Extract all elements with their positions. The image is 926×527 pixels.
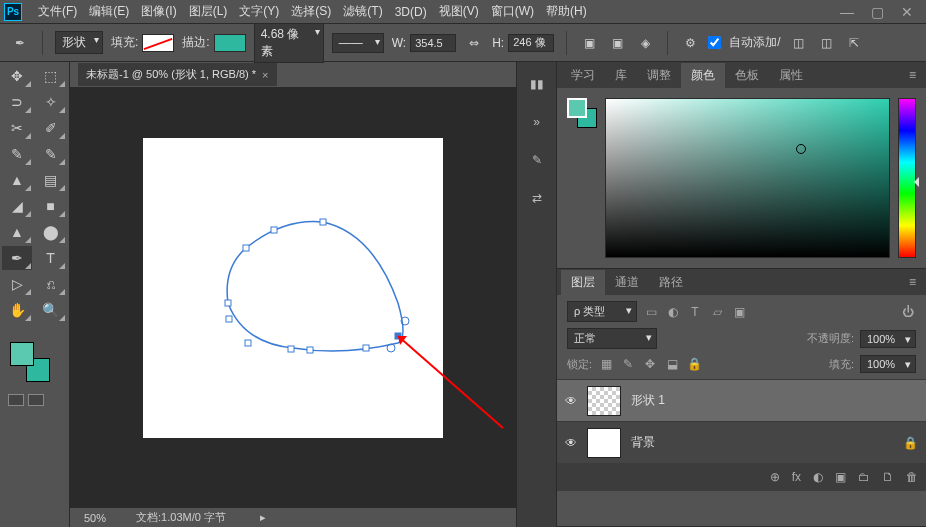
window-maximize[interactable]: ▢ (862, 2, 892, 22)
fg-color-chip[interactable] (10, 342, 34, 366)
stroke-swatch[interactable] (214, 34, 246, 52)
auto-add-checkbox[interactable] (708, 36, 721, 49)
visibility-icon[interactable]: 👁 (565, 394, 577, 408)
lock-trans-icon[interactable]: ▦ (598, 357, 614, 371)
blur-tool[interactable]: ▲ (2, 220, 32, 244)
menu-edit[interactable]: 编辑(E) (83, 0, 135, 23)
width-input[interactable] (410, 34, 456, 52)
filter-toggle-icon[interactable]: ⏻ (900, 305, 916, 319)
link-icon[interactable]: ⇔ (464, 33, 484, 53)
group-icon[interactable]: 🗀 (858, 470, 870, 484)
opt-icon-a[interactable]: ◫ (788, 33, 808, 53)
hue-slider[interactable] (898, 98, 916, 258)
layer-thumb[interactable] (587, 428, 621, 458)
menu-view[interactable]: 视图(V) (433, 0, 485, 23)
stamp-tool[interactable]: ▲ (2, 168, 32, 192)
tab-library[interactable]: 库 (605, 63, 637, 88)
tab-properties[interactable]: 属性 (769, 63, 813, 88)
heal-tool[interactable]: ✎ (2, 142, 32, 166)
tab-layers[interactable]: 图层 (561, 270, 605, 295)
tab-color[interactable]: 颜色 (681, 63, 725, 88)
menu-layer[interactable]: 图层(L) (183, 0, 234, 23)
type-tool[interactable]: T (36, 246, 66, 270)
lock-all-icon[interactable]: 🔒 (686, 357, 702, 371)
history-tool[interactable]: ▤ (36, 168, 66, 192)
path-select-tool[interactable]: ▷ (2, 272, 32, 296)
zoom-tool[interactable]: 🔍 (36, 298, 66, 322)
adjustment-icon[interactable]: ▣ (835, 470, 846, 484)
path-op-3-icon[interactable]: ◈ (635, 33, 655, 53)
chevron-right-icon[interactable]: ▸ (260, 511, 266, 524)
lock-paint-icon[interactable]: ✎ (620, 357, 636, 371)
close-tab-icon[interactable]: × (262, 69, 268, 81)
eyedropper-tool[interactable]: ✐ (36, 116, 66, 140)
filter-type-icon[interactable]: T (687, 305, 703, 319)
filter-adjust-icon[interactable]: ◐ (665, 305, 681, 319)
delete-layer-icon[interactable]: 🗑 (906, 470, 918, 484)
crop-tool[interactable]: ✂ (2, 116, 32, 140)
lasso-tool[interactable]: ⊃ (2, 90, 32, 114)
screen-mode-toggle[interactable] (28, 394, 44, 406)
marquee-tool[interactable]: ⬚ (36, 64, 66, 88)
dock-icon-1[interactable]: ▮▮ (525, 72, 549, 96)
pen-tool[interactable]: ✒ (2, 246, 32, 270)
gradient-tool[interactable]: ■ (36, 194, 66, 218)
wand-tool[interactable]: ✧ (36, 90, 66, 114)
dock-swatch-icon[interactable]: ⇄ (525, 186, 549, 210)
fx-icon[interactable]: fx (792, 470, 801, 484)
panel-menu-icon[interactable]: ≡ (903, 68, 922, 82)
zoom-readout[interactable]: 50% (84, 512, 106, 524)
tab-adjust[interactable]: 调整 (637, 63, 681, 88)
menu-file[interactable]: 文件(F) (32, 0, 83, 23)
color-swatch-pair[interactable] (567, 98, 597, 128)
stroke-width-input[interactable]: 4.68 像素 (254, 23, 324, 63)
shape-mode-select[interactable]: 形状 (55, 31, 103, 54)
layer-filter-select[interactable]: ρ 类型 (567, 301, 637, 322)
tab-learn[interactable]: 学习 (561, 63, 605, 88)
path-op-1-icon[interactable]: ▣ (579, 33, 599, 53)
menu-help[interactable]: 帮助(H) (540, 0, 593, 23)
opt-icon-b[interactable]: ◫ (816, 33, 836, 53)
layers-menu-icon[interactable]: ≡ (903, 275, 922, 289)
layer-row[interactable]: 👁 背景 🔒 (557, 421, 926, 463)
quickmask-toggle[interactable] (8, 394, 24, 406)
opacity-input[interactable]: 100% (860, 330, 916, 348)
menu-3d[interactable]: 3D(D) (389, 2, 433, 22)
height-input[interactable] (508, 34, 554, 52)
canvas[interactable] (143, 138, 443, 438)
link-layers-icon[interactable]: ⊕ (770, 470, 780, 484)
window-close[interactable]: ✕ (892, 2, 922, 22)
visibility-icon[interactable]: 👁 (565, 436, 577, 450)
layer-name[interactable]: 形状 1 (631, 392, 665, 409)
window-minimize[interactable]: — (832, 2, 862, 22)
mask-icon[interactable]: ◐ (813, 470, 823, 484)
fill-opacity-input[interactable]: 100% (860, 355, 916, 373)
menu-filter[interactable]: 滤镜(T) (337, 0, 388, 23)
layer-row[interactable]: 👁 形状 1 (557, 379, 926, 421)
shape-tool[interactable]: ⎌ (36, 272, 66, 296)
menu-type[interactable]: 文字(Y) (233, 0, 285, 23)
filter-smart-icon[interactable]: ▣ (731, 305, 747, 319)
dock-icon-2[interactable]: » (525, 110, 549, 134)
eraser-tool[interactable]: ◢ (2, 194, 32, 218)
menu-window[interactable]: 窗口(W) (485, 0, 540, 23)
tab-swatches[interactable]: 色板 (725, 63, 769, 88)
dock-brush-icon[interactable]: ✎ (525, 148, 549, 172)
blend-mode-select[interactable]: 正常 (567, 328, 657, 349)
opt-icon-c[interactable]: ⇱ (844, 33, 864, 53)
hand-tool[interactable]: ✋ (2, 298, 32, 322)
move-tool[interactable]: ✥ (2, 64, 32, 88)
layer-name[interactable]: 背景 (631, 434, 655, 451)
stroke-type-select[interactable]: —— (332, 33, 384, 53)
gear-icon[interactable]: ⚙ (680, 33, 700, 53)
color-chips[interactable] (10, 342, 50, 382)
filter-image-icon[interactable]: ▭ (643, 305, 659, 319)
brush-tool[interactable]: ✎ (36, 142, 66, 166)
dodge-tool[interactable]: ⬤ (36, 220, 66, 244)
document-tab[interactable]: 未标题-1 @ 50% (形状 1, RGB/8) * × (78, 63, 277, 86)
lock-move-icon[interactable]: ✥ (642, 357, 658, 371)
menu-select[interactable]: 选择(S) (285, 0, 337, 23)
tab-paths[interactable]: 路径 (649, 270, 693, 295)
tab-channels[interactable]: 通道 (605, 270, 649, 295)
layer-thumb[interactable] (587, 386, 621, 416)
